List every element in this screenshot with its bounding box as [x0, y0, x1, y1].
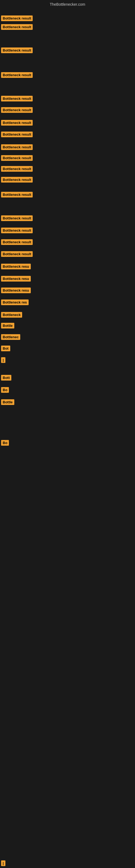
bottleneck-result-badge: Bo: [1, 440, 9, 446]
bottleneck-result-badge: Bot: [1, 346, 10, 351]
bottleneck-result-badge: Bottleneck res: [1, 300, 29, 305]
bottleneck-result-badge: Bottleneck result: [1, 48, 33, 53]
bottleneck-result-badge: Bottle: [1, 323, 14, 329]
cursor-indicator: |: [1, 357, 2, 362]
bottleneck-result-badge: Bottleneck resu: [1, 264, 31, 269]
bottleneck-result-badge: Bottleneck result: [1, 72, 33, 78]
bottleneck-result-badge: Bottleneck result: [1, 96, 33, 101]
site-title: TheBottlenecker.com: [0, 0, 135, 9]
bottleneck-result-badge: Bott: [1, 375, 11, 380]
bottleneck-result-badge: Bottlenec: [1, 334, 20, 340]
bottleneck-result-badge: Bottleneck result: [1, 107, 33, 113]
cursor-indicator-2: |: [1, 860, 2, 865]
bottleneck-result-badge: Bottleneck result: [1, 251, 33, 257]
bottleneck-result-badge: Bottleneck result: [1, 16, 33, 21]
bottleneck-result-badge: Bottleneck result: [1, 144, 33, 150]
bottleneck-result-badge: Bottleneck result: [1, 131, 33, 137]
bottleneck-result-badge: Bottleneck result: [1, 120, 33, 126]
bottleneck-result-badge: Bottleneck resu: [1, 287, 31, 293]
bottleneck-result-badge: Bottleneck result: [1, 215, 33, 221]
bottleneck-result-badge: Bottle: [1, 399, 14, 405]
bottleneck-result-badge: Bottleneck result: [1, 24, 33, 30]
bottleneck-result-badge: Bottleneck result: [1, 239, 33, 245]
bottleneck-result-badge: Bottleneck: [1, 312, 22, 318]
bottleneck-result-badge: Bottleneck result: [1, 192, 33, 197]
bottleneck-result-badge: Bottleneck result: [1, 227, 33, 233]
bottleneck-result-badge: Bottleneck result: [1, 166, 33, 172]
bottleneck-result-badge: Bottleneck result: [1, 155, 33, 161]
bottleneck-result-badge: Bo: [1, 387, 9, 393]
bottleneck-result-badge: Bottleneck resu: [1, 276, 31, 282]
bottleneck-result-badge: Bottleneck result: [1, 177, 33, 183]
